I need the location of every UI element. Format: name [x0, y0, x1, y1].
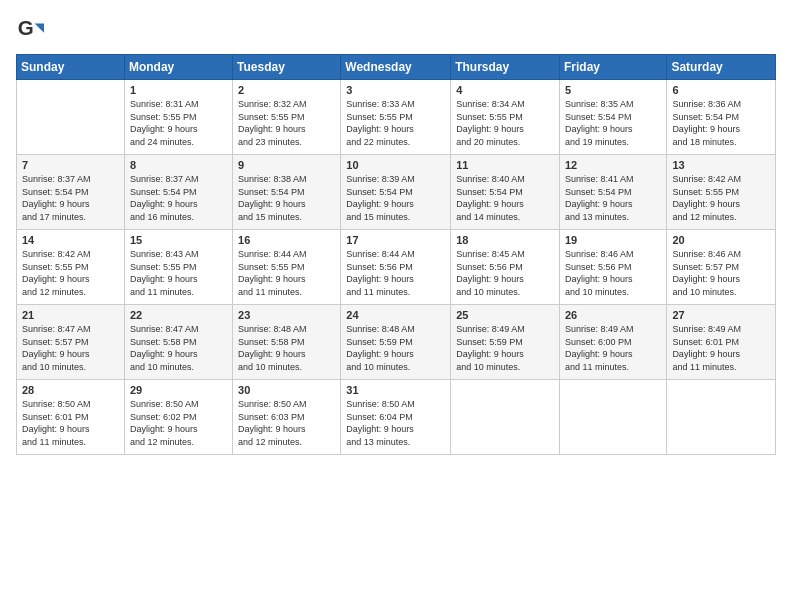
day-info: Sunrise: 8:50 AMSunset: 6:02 PMDaylight:…	[130, 398, 227, 448]
day-number: 21	[22, 309, 119, 321]
calendar-cell: 8Sunrise: 8:37 AMSunset: 5:54 PMDaylight…	[124, 155, 232, 230]
weekday-header-monday: Monday	[124, 55, 232, 80]
calendar-cell: 14Sunrise: 8:42 AMSunset: 5:55 PMDayligh…	[17, 230, 125, 305]
calendar-cell: 22Sunrise: 8:47 AMSunset: 5:58 PMDayligh…	[124, 305, 232, 380]
day-number: 2	[238, 84, 335, 96]
day-info: Sunrise: 8:50 AMSunset: 6:03 PMDaylight:…	[238, 398, 335, 448]
calendar-cell: 1Sunrise: 8:31 AMSunset: 5:55 PMDaylight…	[124, 80, 232, 155]
day-info: Sunrise: 8:49 AMSunset: 6:01 PMDaylight:…	[672, 323, 770, 373]
weekday-header-sunday: Sunday	[17, 55, 125, 80]
day-info: Sunrise: 8:37 AMSunset: 5:54 PMDaylight:…	[130, 173, 227, 223]
calendar-table: SundayMondayTuesdayWednesdayThursdayFrid…	[16, 54, 776, 455]
day-info: Sunrise: 8:32 AMSunset: 5:55 PMDaylight:…	[238, 98, 335, 148]
day-info: Sunrise: 8:36 AMSunset: 5:54 PMDaylight:…	[672, 98, 770, 148]
day-number: 31	[346, 384, 445, 396]
day-info: Sunrise: 8:48 AMSunset: 5:58 PMDaylight:…	[238, 323, 335, 373]
calendar-week-3: 14Sunrise: 8:42 AMSunset: 5:55 PMDayligh…	[17, 230, 776, 305]
calendar-cell	[559, 380, 666, 455]
day-info: Sunrise: 8:45 AMSunset: 5:56 PMDaylight:…	[456, 248, 554, 298]
day-number: 13	[672, 159, 770, 171]
weekday-header-friday: Friday	[559, 55, 666, 80]
calendar-cell: 5Sunrise: 8:35 AMSunset: 5:54 PMDaylight…	[559, 80, 666, 155]
day-info: Sunrise: 8:49 AMSunset: 5:59 PMDaylight:…	[456, 323, 554, 373]
day-info: Sunrise: 8:39 AMSunset: 5:54 PMDaylight:…	[346, 173, 445, 223]
day-number: 29	[130, 384, 227, 396]
calendar-cell: 30Sunrise: 8:50 AMSunset: 6:03 PMDayligh…	[233, 380, 341, 455]
calendar-cell: 25Sunrise: 8:49 AMSunset: 5:59 PMDayligh…	[451, 305, 560, 380]
day-info: Sunrise: 8:38 AMSunset: 5:54 PMDaylight:…	[238, 173, 335, 223]
calendar-cell: 27Sunrise: 8:49 AMSunset: 6:01 PMDayligh…	[667, 305, 776, 380]
calendar-cell: 3Sunrise: 8:33 AMSunset: 5:55 PMDaylight…	[341, 80, 451, 155]
day-number: 17	[346, 234, 445, 246]
day-number: 4	[456, 84, 554, 96]
day-info: Sunrise: 8:46 AMSunset: 5:57 PMDaylight:…	[672, 248, 770, 298]
svg-marker-1	[35, 23, 44, 32]
day-info: Sunrise: 8:42 AMSunset: 5:55 PMDaylight:…	[672, 173, 770, 223]
calendar-cell: 24Sunrise: 8:48 AMSunset: 5:59 PMDayligh…	[341, 305, 451, 380]
calendar-cell: 4Sunrise: 8:34 AMSunset: 5:55 PMDaylight…	[451, 80, 560, 155]
day-info: Sunrise: 8:41 AMSunset: 5:54 PMDaylight:…	[565, 173, 661, 223]
calendar-cell: 9Sunrise: 8:38 AMSunset: 5:54 PMDaylight…	[233, 155, 341, 230]
header: G	[16, 16, 776, 44]
calendar-cell	[17, 80, 125, 155]
day-number: 27	[672, 309, 770, 321]
calendar-header: SundayMondayTuesdayWednesdayThursdayFrid…	[17, 55, 776, 80]
day-info: Sunrise: 8:44 AMSunset: 5:55 PMDaylight:…	[238, 248, 335, 298]
day-info: Sunrise: 8:33 AMSunset: 5:55 PMDaylight:…	[346, 98, 445, 148]
weekday-header-tuesday: Tuesday	[233, 55, 341, 80]
calendar-cell: 12Sunrise: 8:41 AMSunset: 5:54 PMDayligh…	[559, 155, 666, 230]
day-number: 20	[672, 234, 770, 246]
calendar-week-2: 7Sunrise: 8:37 AMSunset: 5:54 PMDaylight…	[17, 155, 776, 230]
day-number: 7	[22, 159, 119, 171]
day-number: 18	[456, 234, 554, 246]
calendar-cell: 31Sunrise: 8:50 AMSunset: 6:04 PMDayligh…	[341, 380, 451, 455]
logo: G	[16, 16, 46, 44]
day-number: 9	[238, 159, 335, 171]
day-info: Sunrise: 8:50 AMSunset: 6:04 PMDaylight:…	[346, 398, 445, 448]
page-container: G SundayMondayTuesdayWednesdayThursdayFr…	[0, 0, 792, 612]
calendar-cell: 18Sunrise: 8:45 AMSunset: 5:56 PMDayligh…	[451, 230, 560, 305]
day-number: 10	[346, 159, 445, 171]
day-info: Sunrise: 8:43 AMSunset: 5:55 PMDaylight:…	[130, 248, 227, 298]
day-number: 12	[565, 159, 661, 171]
day-number: 16	[238, 234, 335, 246]
day-info: Sunrise: 8:34 AMSunset: 5:55 PMDaylight:…	[456, 98, 554, 148]
weekday-header-saturday: Saturday	[667, 55, 776, 80]
day-info: Sunrise: 8:46 AMSunset: 5:56 PMDaylight:…	[565, 248, 661, 298]
day-number: 24	[346, 309, 445, 321]
day-number: 14	[22, 234, 119, 246]
calendar-body: 1Sunrise: 8:31 AMSunset: 5:55 PMDaylight…	[17, 80, 776, 455]
day-info: Sunrise: 8:50 AMSunset: 6:01 PMDaylight:…	[22, 398, 119, 448]
weekday-header-thursday: Thursday	[451, 55, 560, 80]
day-info: Sunrise: 8:48 AMSunset: 5:59 PMDaylight:…	[346, 323, 445, 373]
weekday-header-wednesday: Wednesday	[341, 55, 451, 80]
day-info: Sunrise: 8:40 AMSunset: 5:54 PMDaylight:…	[456, 173, 554, 223]
day-number: 26	[565, 309, 661, 321]
day-number: 22	[130, 309, 227, 321]
day-number: 11	[456, 159, 554, 171]
calendar-cell	[667, 380, 776, 455]
weekday-header-row: SundayMondayTuesdayWednesdayThursdayFrid…	[17, 55, 776, 80]
day-number: 3	[346, 84, 445, 96]
calendar-week-4: 21Sunrise: 8:47 AMSunset: 5:57 PMDayligh…	[17, 305, 776, 380]
calendar-cell: 13Sunrise: 8:42 AMSunset: 5:55 PMDayligh…	[667, 155, 776, 230]
calendar-cell: 20Sunrise: 8:46 AMSunset: 5:57 PMDayligh…	[667, 230, 776, 305]
calendar-cell: 21Sunrise: 8:47 AMSunset: 5:57 PMDayligh…	[17, 305, 125, 380]
calendar-cell: 10Sunrise: 8:39 AMSunset: 5:54 PMDayligh…	[341, 155, 451, 230]
day-info: Sunrise: 8:42 AMSunset: 5:55 PMDaylight:…	[22, 248, 119, 298]
calendar-cell: 11Sunrise: 8:40 AMSunset: 5:54 PMDayligh…	[451, 155, 560, 230]
day-number: 30	[238, 384, 335, 396]
day-info: Sunrise: 8:47 AMSunset: 5:58 PMDaylight:…	[130, 323, 227, 373]
day-number: 5	[565, 84, 661, 96]
calendar-cell: 7Sunrise: 8:37 AMSunset: 5:54 PMDaylight…	[17, 155, 125, 230]
calendar-week-1: 1Sunrise: 8:31 AMSunset: 5:55 PMDaylight…	[17, 80, 776, 155]
calendar-week-5: 28Sunrise: 8:50 AMSunset: 6:01 PMDayligh…	[17, 380, 776, 455]
calendar-cell: 29Sunrise: 8:50 AMSunset: 6:02 PMDayligh…	[124, 380, 232, 455]
day-info: Sunrise: 8:47 AMSunset: 5:57 PMDaylight:…	[22, 323, 119, 373]
calendar-cell: 28Sunrise: 8:50 AMSunset: 6:01 PMDayligh…	[17, 380, 125, 455]
calendar-cell: 16Sunrise: 8:44 AMSunset: 5:55 PMDayligh…	[233, 230, 341, 305]
day-number: 1	[130, 84, 227, 96]
day-info: Sunrise: 8:49 AMSunset: 6:00 PMDaylight:…	[565, 323, 661, 373]
calendar-cell: 17Sunrise: 8:44 AMSunset: 5:56 PMDayligh…	[341, 230, 451, 305]
calendar-cell: 2Sunrise: 8:32 AMSunset: 5:55 PMDaylight…	[233, 80, 341, 155]
